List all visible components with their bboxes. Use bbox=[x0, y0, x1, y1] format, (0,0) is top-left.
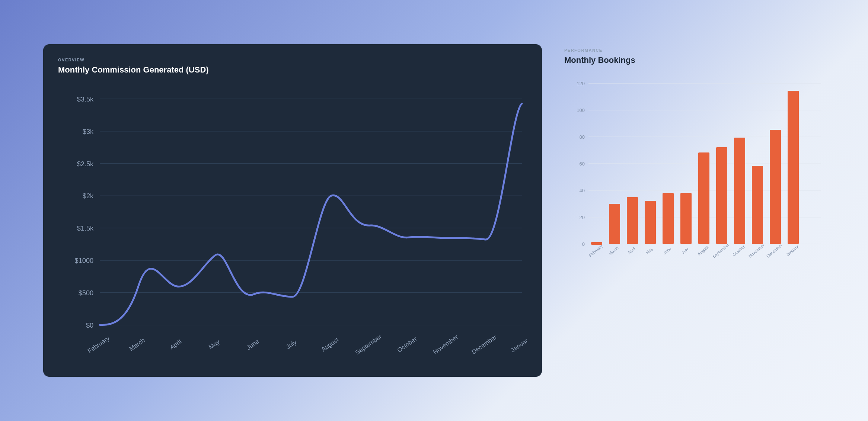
bar-march bbox=[609, 204, 620, 244]
svg-text:December: December bbox=[766, 243, 783, 258]
svg-text:August: August bbox=[696, 245, 709, 256]
bar-august bbox=[698, 152, 709, 244]
svg-text:December: December bbox=[470, 333, 498, 356]
svg-text:March: March bbox=[608, 245, 619, 256]
left-card-title: Monthly Commission Generated (USD) bbox=[58, 65, 527, 75]
svg-text:February: February bbox=[86, 334, 111, 354]
svg-text:June: June bbox=[245, 338, 261, 351]
svg-text:$2k: $2k bbox=[83, 192, 94, 200]
line-chart-svg: $3.5k $3k $2.5k $2k $1.5k $1000 $500 $0 bbox=[58, 86, 527, 357]
svg-text:May: May bbox=[207, 338, 221, 351]
svg-text:$1.5k: $1.5k bbox=[77, 225, 94, 232]
svg-text:120: 120 bbox=[577, 81, 585, 86]
svg-text:June: June bbox=[662, 246, 672, 256]
svg-text:November: November bbox=[432, 333, 460, 356]
svg-text:$500: $500 bbox=[79, 289, 93, 297]
svg-text:April: April bbox=[627, 246, 636, 255]
svg-text:September: September bbox=[712, 242, 730, 259]
svg-text:November: November bbox=[748, 243, 765, 258]
right-panel: PERFORMANCE Monthly Bookings 120 100 80 … bbox=[564, 44, 825, 269]
left-card: OVERVIEW Monthly Commission Generated (U… bbox=[43, 44, 542, 377]
svg-text:March: March bbox=[128, 337, 146, 352]
dashboard: OVERVIEW Monthly Commission Generated (U… bbox=[43, 44, 825, 377]
svg-text:80: 80 bbox=[580, 134, 585, 140]
left-section-label: OVERVIEW bbox=[58, 58, 527, 62]
bar-chart-area: 120 100 80 60 40 20 0 bbox=[564, 74, 825, 269]
svg-text:40: 40 bbox=[580, 188, 585, 193]
bar-april bbox=[627, 197, 638, 244]
svg-text:May: May bbox=[645, 246, 654, 255]
svg-text:$3k: $3k bbox=[83, 128, 94, 135]
svg-text:$0: $0 bbox=[86, 322, 93, 329]
svg-text:0: 0 bbox=[582, 241, 585, 247]
svg-text:October: October bbox=[396, 335, 418, 354]
svg-text:100: 100 bbox=[577, 107, 585, 113]
bar-november bbox=[752, 166, 763, 244]
bar-june bbox=[663, 193, 674, 244]
bar-july bbox=[680, 193, 692, 244]
svg-text:February: February bbox=[588, 244, 604, 258]
svg-text:September: September bbox=[354, 333, 383, 356]
bar-october bbox=[734, 138, 745, 244]
bar-may bbox=[645, 201, 656, 244]
bar-chart-svg: 120 100 80 60 40 20 0 bbox=[564, 74, 825, 267]
right-card-title: Monthly Bookings bbox=[564, 55, 825, 65]
right-section-label: PERFORMANCE bbox=[564, 48, 825, 52]
svg-text:April: April bbox=[169, 338, 183, 351]
line-chart-area: $3.5k $3k $2.5k $2k $1.5k $1000 $500 $0 bbox=[58, 86, 527, 358]
bar-january bbox=[788, 91, 799, 244]
svg-text:August: August bbox=[320, 336, 340, 353]
svg-text:October: October bbox=[732, 244, 746, 257]
svg-text:July: July bbox=[285, 338, 298, 351]
svg-text:20: 20 bbox=[580, 215, 585, 220]
bar-september bbox=[716, 147, 727, 244]
svg-text:January: January bbox=[510, 335, 527, 354]
svg-text:$3.5k: $3.5k bbox=[77, 96, 94, 103]
svg-text:January: January bbox=[785, 244, 800, 257]
svg-text:60: 60 bbox=[580, 161, 585, 167]
svg-text:$1000: $1000 bbox=[75, 257, 94, 264]
svg-text:July: July bbox=[681, 247, 689, 255]
svg-text:$2.5k: $2.5k bbox=[77, 160, 94, 168]
bar-december bbox=[770, 130, 781, 244]
